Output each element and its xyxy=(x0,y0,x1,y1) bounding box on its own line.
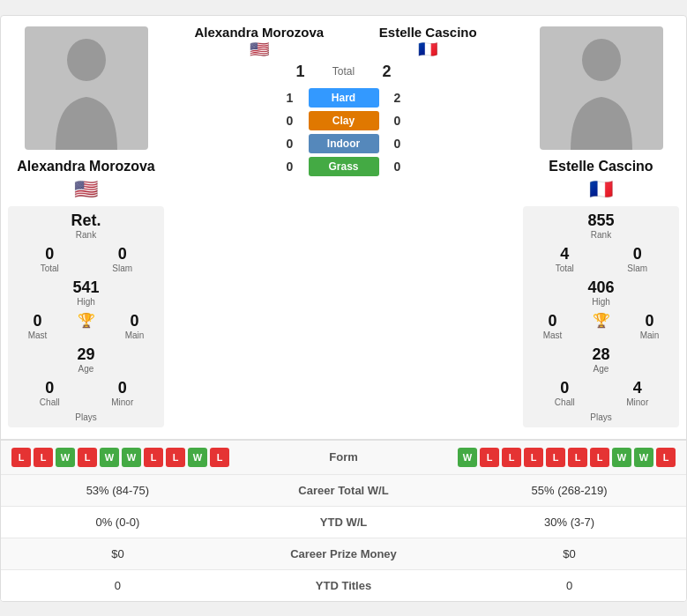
left-total-score: 1 xyxy=(288,63,313,81)
clay-badge: Clay xyxy=(309,111,379,130)
right-total-cell: 4 Total xyxy=(542,245,586,273)
left-slam-cell: 0 Slam xyxy=(101,245,145,273)
left-rank-value: Ret. xyxy=(71,212,101,230)
left-high-row: 541 High xyxy=(13,278,159,307)
right-plays-label: Plays xyxy=(590,412,611,422)
right-form-10: L xyxy=(656,448,676,467)
left-form-4: L xyxy=(78,448,97,467)
right-trophy-cell: 🏆 xyxy=(579,312,624,340)
right-slam-value: 0 xyxy=(633,245,642,263)
right-mast-value: 0 xyxy=(548,312,556,330)
left-form-10: L xyxy=(210,448,229,467)
left-plays-cell: Plays xyxy=(64,412,108,422)
left-age-label: Age xyxy=(78,364,94,374)
main-container: Alexandra Morozova 🇺🇸 Ret. Rank 0 Total xyxy=(0,15,687,602)
left-form-2: L xyxy=(34,448,53,467)
right-player-photo xyxy=(540,26,663,150)
right-form-6: L xyxy=(568,448,587,467)
left-high-value: 541 xyxy=(72,278,99,297)
left-player-photo xyxy=(25,26,148,150)
right-minor-label: Minor xyxy=(626,397,648,407)
right-total-slam-row: 4 Total 0 Slam xyxy=(528,245,674,273)
bottom-stats: 53% (84-75) Career Total W/L 55% (268-21… xyxy=(1,474,686,601)
right-high-cell: 406 High xyxy=(579,278,624,307)
right-player-silhouette xyxy=(562,35,641,150)
left-rank-cell: Ret. Rank xyxy=(64,212,108,240)
center-left-flag: 🇺🇸 xyxy=(175,40,344,59)
right-main-cell: 0 Main xyxy=(628,312,672,340)
right-chall-value: 0 xyxy=(560,379,569,397)
left-player-column: Alexandra Morozova 🇺🇸 Ret. Rank 0 Total xyxy=(4,23,168,432)
player-comparison-grid: Alexandra Morozova 🇺🇸 Ret. Rank 0 Total xyxy=(1,16,686,439)
left-main-value: 0 xyxy=(130,312,138,330)
right-indoor-score: 0 xyxy=(386,137,409,151)
left-player-stats: Ret. Rank 0 Total 0 Slam xyxy=(8,206,164,427)
right-career-wl: 55% (268-219) xyxy=(467,484,672,497)
ytd-titles-label: YTD Titles xyxy=(220,579,467,592)
right-ytd-titles: 0 xyxy=(467,579,672,592)
left-mast-main-row: 0 Mast 🏆 0 Main xyxy=(13,312,159,340)
right-total-label: Total xyxy=(556,263,574,273)
right-prize: $0 xyxy=(467,547,672,560)
right-ytd-wl: 30% (3-7) xyxy=(467,516,672,529)
form-section: L L W L W W L L W L Form W L L L L L L W… xyxy=(1,440,686,474)
left-total-slam-row: 0 Total 0 Slam xyxy=(13,245,159,273)
right-chall-label: Chall xyxy=(555,397,575,407)
left-grass-score: 0 xyxy=(279,160,302,174)
right-minor-value: 4 xyxy=(633,379,642,397)
right-total-value: 4 xyxy=(560,245,569,263)
left-chall-value: 0 xyxy=(45,379,54,397)
right-age-row: 28 Age xyxy=(528,345,674,374)
left-form-7: L xyxy=(144,448,163,467)
right-high-label: High xyxy=(592,297,610,307)
grass-row: 0 Grass 0 xyxy=(175,157,512,176)
left-player-name: Alexandra Morozova xyxy=(17,159,154,174)
right-player-flag: 🇫🇷 xyxy=(589,178,613,201)
prize-row: $0 Career Prize Money $0 xyxy=(1,538,686,569)
right-hard-score: 2 xyxy=(386,91,409,105)
left-age-row: 29 Age xyxy=(13,345,159,374)
left-form-9: W xyxy=(188,448,207,467)
clay-row: 0 Clay 0 xyxy=(175,111,512,130)
left-indoor-score: 0 xyxy=(279,137,302,151)
right-high-value: 406 xyxy=(587,278,614,297)
left-minor-cell: 0 Minor xyxy=(101,379,145,407)
right-form-8: W xyxy=(612,448,631,467)
left-age-value: 29 xyxy=(77,345,94,364)
left-rank-row: Ret. Rank xyxy=(13,212,159,240)
right-form-3: L xyxy=(502,448,521,467)
left-total-value: 0 xyxy=(45,245,54,263)
left-main-cell: 0 Main xyxy=(113,312,157,340)
ytd-wl-row: 0% (0-0) YTD W/L 30% (3-7) xyxy=(1,506,686,538)
left-ytd-titles: 0 xyxy=(15,579,220,592)
center-column: Alexandra Morozova 🇺🇸 Estelle Cascino 🇫🇷… xyxy=(168,23,519,432)
left-form-8: L xyxy=(166,448,185,467)
grass-badge: Grass xyxy=(309,157,379,176)
career-wl-label: Career Total W/L xyxy=(220,484,467,497)
left-total-label: Total xyxy=(41,263,59,273)
center-right-flag: 🇫🇷 xyxy=(344,40,513,59)
left-mast-cell: 0 Mast xyxy=(16,312,60,340)
right-form-5: L xyxy=(546,448,565,467)
left-form-3: W xyxy=(56,448,75,467)
total-label: Total xyxy=(322,65,366,78)
right-grass-score: 0 xyxy=(386,160,409,174)
left-player-flag: 🇺🇸 xyxy=(74,178,98,201)
right-slam-cell: 0 Slam xyxy=(616,245,660,273)
right-player-stats: 855 Rank 4 Total 0 Slam xyxy=(523,206,679,427)
right-player-name: Estelle Cascino xyxy=(549,159,653,174)
form-label: Form xyxy=(317,450,370,464)
center-left-name: Alexandra Morozova xyxy=(175,25,344,40)
total-row: 1 Total 2 xyxy=(175,63,512,81)
left-high-cell: 541 High xyxy=(64,278,108,307)
right-plays-cell: Plays xyxy=(579,412,624,422)
left-trophy-icon: 🏆 xyxy=(78,312,95,329)
left-career-wl: 53% (84-75) xyxy=(15,484,220,497)
left-prize: $0 xyxy=(15,547,220,560)
left-form-6: W xyxy=(122,448,141,467)
right-player-column: Estelle Cascino 🇫🇷 855 Rank 4 Total xyxy=(519,23,683,432)
right-mast-main-row: 0 Mast 🏆 0 Main xyxy=(528,312,674,340)
right-rank-label: Rank xyxy=(591,230,611,240)
right-main-label: Main xyxy=(640,330,660,340)
right-form-9: W xyxy=(634,448,653,467)
